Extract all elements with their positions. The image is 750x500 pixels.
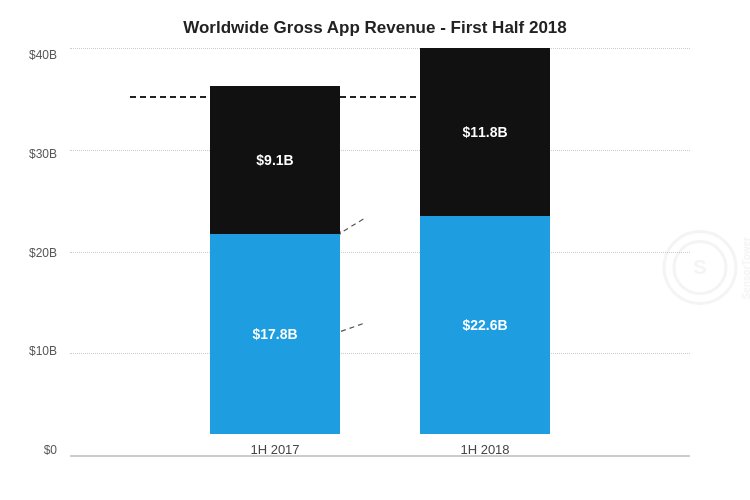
- chart-container: Worldwide Gross App Revenue - First Half…: [0, 0, 750, 500]
- chart-area: $0 $10B $20B $30B $40B: [0, 48, 750, 500]
- bar-googleplay-2018-value: $11.8B: [462, 124, 507, 140]
- bar-group-2018: $22.6B $11.8B 1H 2018: [420, 48, 550, 457]
- bar-appstore-2017-value: $17.8B: [252, 326, 297, 342]
- bar-label-2018: 1H 2018: [460, 442, 509, 457]
- bar-appstore-2018-value: $22.6B: [462, 317, 507, 333]
- bar-stack-2017: $17.8B $9.1B: [210, 86, 340, 434]
- bar-appstore-2017: $17.8B: [210, 234, 340, 434]
- chart-title: Worldwide Gross App Revenue - First Half…: [0, 0, 750, 48]
- bar-googleplay-2017-value: $9.1B: [256, 152, 293, 168]
- y-axis: $0 $10B $20B $30B $40B: [10, 48, 65, 457]
- svg-text:S: S: [693, 255, 706, 277]
- bar-group-2017: $17.8B $9.1B 1H 2017: [210, 86, 340, 457]
- bar-googleplay-2018: $11.8B: [420, 48, 550, 216]
- bar-label-2017: 1H 2017: [250, 442, 299, 457]
- bar-googleplay-2017: $9.1B: [210, 86, 340, 234]
- y-label-30b: $30B: [10, 147, 65, 161]
- y-label-20b: $20B: [10, 246, 65, 260]
- bars-container: $17.8B $9.1B 1H 2017 $22.6B: [70, 48, 690, 457]
- y-label-0: $0: [10, 443, 65, 457]
- bar-appstore-2018: $22.6B: [420, 216, 550, 434]
- y-label-10b: $10B: [10, 344, 65, 358]
- bar-stack-2018: $22.6B $11.8B: [420, 48, 550, 434]
- y-label-40b: $40B: [10, 48, 65, 62]
